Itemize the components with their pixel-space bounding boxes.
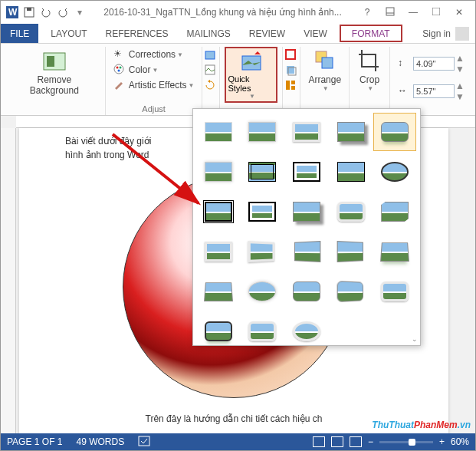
style-thick-matte-black[interactable] (286, 153, 327, 190)
chevron-down-icon: ▼ (249, 93, 255, 100)
style-center-shadow[interactable] (286, 193, 327, 230)
svg-rect-18 (286, 81, 290, 90)
style-perspective-right[interactable] (286, 233, 327, 270)
style-moderate-black[interactable] (242, 193, 284, 230)
style-reflected-rounded[interactable] (374, 114, 415, 150)
style-bevel-perspective[interactable] (330, 273, 372, 310)
style-rounded-diagonal-white[interactable] (330, 193, 372, 230)
arrange-icon (313, 48, 337, 73)
crop-icon (357, 48, 382, 73)
style-double-frame-black[interactable] (242, 153, 284, 190)
crop-button[interactable]: Crop▼ (354, 47, 385, 94)
svg-rect-22 (322, 58, 333, 68)
view-print-icon[interactable] (331, 436, 343, 447)
color-button[interactable]: Color▼ (110, 62, 162, 77)
quick-styles-button[interactable]: Quick Styles▼ (225, 47, 277, 103)
style-drop-shadow[interactable] (330, 114, 372, 150)
tab-view[interactable]: VIEW (294, 24, 336, 43)
svg-point-9 (116, 67, 118, 69)
save-icon[interactable] (22, 5, 36, 19)
zoom-in-icon[interactable]: + (439, 436, 445, 447)
reset-picture-icon[interactable] (204, 79, 218, 93)
ribbon-options-icon[interactable] (379, 7, 402, 18)
status-proofing-icon[interactable] (138, 436, 150, 449)
style-perspective-left[interactable] (330, 233, 372, 270)
svg-text:W: W (8, 7, 18, 18)
style-beveled-matte[interactable] (242, 114, 284, 150)
corrections-button[interactable]: ☀Corrections▼ (110, 47, 186, 62)
zoom-out-icon[interactable]: − (368, 436, 373, 447)
picture-layout-icon[interactable] (284, 79, 298, 93)
tab-format[interactable]: FORMAT (340, 25, 402, 42)
style-bevel-rectangle[interactable] (286, 273, 327, 310)
sign-in-link[interactable]: Sign in (416, 24, 475, 43)
svg-rect-3 (27, 8, 31, 11)
arrange-button[interactable]: Arrange▼ (305, 47, 344, 94)
svg-point-11 (117, 70, 120, 72)
view-web-icon[interactable] (350, 436, 362, 447)
tab-file[interactable]: FILE (1, 24, 38, 43)
chevron-down-icon: ▼ (367, 85, 373, 93)
style-compound-black[interactable] (198, 193, 239, 230)
close-icon[interactable]: ✕ (448, 7, 471, 18)
tab-layout[interactable]: LAYOUT (41, 24, 96, 43)
picture-border-icon[interactable] (284, 48, 298, 62)
svg-rect-23 (139, 436, 149, 446)
qat-customize-icon[interactable]: ▾ (73, 5, 87, 19)
window-title: 2016-10-31_NgaTTN_Lồng khung và hiệu ứng… (90, 7, 356, 18)
height-field[interactable]: ↕4.09"▲▼ (395, 51, 468, 76)
status-page[interactable]: PAGE 1 OF 1 (7, 436, 62, 447)
style-simple-frame-white[interactable] (198, 114, 239, 150)
palette-icon (113, 64, 126, 76)
svg-rect-15 (286, 50, 295, 59)
minimize-icon[interactable]: — (402, 7, 425, 18)
style-reflected-bevel-white[interactable] (374, 273, 415, 310)
artistic-effects-button[interactable]: Artistic Effects▼ (110, 77, 198, 93)
remove-bg-icon (42, 48, 67, 73)
help-icon[interactable]: ? (356, 7, 379, 18)
change-picture-icon[interactable] (204, 64, 218, 77)
style-moderate-white[interactable] (198, 233, 239, 270)
maximize-icon[interactable] (425, 7, 448, 18)
style-rotated-white[interactable] (242, 233, 284, 270)
svg-point-8 (114, 64, 123, 74)
svg-rect-19 (291, 81, 295, 84)
tab-references[interactable]: REFERENCES (96, 24, 177, 43)
remove-background-button[interactable]: Remove Background (8, 47, 100, 98)
avatar-icon (455, 27, 469, 41)
style-reflected-perspective[interactable] (374, 233, 415, 270)
style-snip-diagonal-white[interactable] (374, 193, 415, 230)
width-field[interactable]: ↔5.57"▲▼ (395, 79, 468, 104)
tab-review[interactable]: REVIEW (240, 24, 294, 43)
chevron-down-icon: ▼ (323, 85, 329, 93)
compress-icon[interactable] (204, 48, 218, 62)
undo-icon[interactable] (39, 5, 53, 19)
picture-effects-icon[interactable] (284, 64, 298, 77)
chevron-down-icon: ▼ (177, 51, 183, 58)
style-beveled-oval-black[interactable] (374, 153, 415, 190)
style-simple-black[interactable] (330, 153, 372, 190)
tab-mailings[interactable]: MAILINGS (177, 24, 239, 43)
style-soft-edge[interactable] (198, 153, 239, 190)
style-relaxed-perspective[interactable] (198, 273, 239, 310)
status-words[interactable]: 49 WORDS (76, 436, 124, 447)
redo-icon[interactable] (56, 5, 70, 19)
ruler-vertical[interactable] (1, 128, 16, 433)
style-metal-rounded[interactable] (242, 313, 284, 350)
zoom-slider[interactable] (379, 441, 433, 443)
style-soft-edge-oval[interactable] (242, 273, 284, 310)
body-text-footer: Trên đây là hướng dẫn chi tiết cách hiệu… (65, 412, 402, 426)
brush-icon (113, 79, 126, 91)
view-read-icon[interactable] (313, 436, 325, 447)
style-metal-oval[interactable] (286, 313, 327, 350)
style-metal-frame[interactable] (286, 114, 327, 150)
zoom-level[interactable]: 60% (451, 436, 469, 447)
gallery-expand-icon[interactable]: ⌄ (412, 335, 418, 343)
svg-rect-4 (386, 8, 394, 15)
style-reflected-bevel-black[interactable] (198, 313, 239, 350)
quick-styles-gallery[interactable]: ⌄ (192, 108, 421, 346)
svg-rect-20 (291, 86, 295, 90)
group-adjust-label: Adjust (142, 103, 166, 115)
chevron-down-icon: ▼ (152, 67, 158, 74)
height-icon: ↕ (398, 58, 410, 70)
